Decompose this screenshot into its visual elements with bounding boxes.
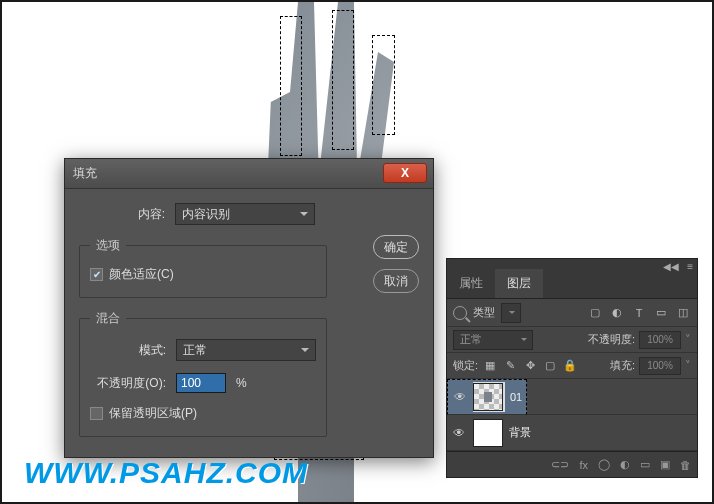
visibility-toggle[interactable]: 👁 <box>452 389 468 405</box>
filter-smart-icon[interactable]: ◫ <box>675 305 691 321</box>
filter-shape-icon[interactable]: ▭ <box>653 305 669 321</box>
blend-legend: 混合 <box>90 310 126 327</box>
layers-panel: ◀◀≡ 属性 图层 类型 ▢ ◐ T ▭ ◫ 正常 不透明度: 100% ˅ 锁… <box>446 258 698 478</box>
layer-filter-bar: 类型 ▢ ◐ T ▭ ◫ <box>447 299 697 327</box>
fill-input[interactable]: 100% <box>639 357 681 375</box>
layer-row[interactable]: 👁 背景 <box>447 415 697 451</box>
lock-all-icon[interactable]: 🔒 <box>562 358 578 374</box>
options-fieldset: 选项 ✔ 颜色适应(C) <box>79 237 327 298</box>
options-legend: 选项 <box>90 237 126 254</box>
fill-dialog: 填充 X 内容: 内容识别 确定 取消 选项 ✔ 颜色适应(C) 混合 模式: … <box>64 158 434 458</box>
kind-label: 类型 <box>473 305 495 320</box>
tab-layers[interactable]: 图层 <box>495 269 543 298</box>
fx-icon[interactable]: fx <box>579 459 588 471</box>
menu-icon: ≡ <box>687 261 693 272</box>
cancel-button[interactable]: 取消 <box>373 269 419 293</box>
content-label: 内容: <box>79 206 175 223</box>
fill-label: 填充: <box>610 358 635 373</box>
layer-thumbnail[interactable] <box>473 419 503 447</box>
lock-label: 锁定: <box>453 358 478 373</box>
layers-footer: ⊂⊃ fx ◯ ◐ ▭ ▣ 🗑 <box>447 451 697 477</box>
blend-mode-select[interactable]: 正常 <box>453 330 533 350</box>
ok-button[interactable]: 确定 <box>373 235 419 259</box>
layer-opacity-label: 不透明度: <box>588 332 635 347</box>
color-adapt-checkbox[interactable]: ✔ 颜色适应(C) <box>90 266 316 283</box>
layer-name[interactable]: 01 <box>510 391 522 403</box>
checkbox-checked-icon: ✔ <box>90 268 103 281</box>
folder-icon[interactable]: ▭ <box>640 458 650 471</box>
filter-adjust-icon[interactable]: ◐ <box>609 305 625 321</box>
mode-select[interactable]: 正常 <box>176 339 316 361</box>
layer-opacity-input[interactable]: 100% <box>639 331 681 349</box>
watermark: WWW.PSAHZ.COM <box>24 456 308 490</box>
lock-brush-icon[interactable]: ✎ <box>502 358 518 374</box>
opacity-unit: % <box>236 376 247 390</box>
lock-move-icon[interactable]: ✥ <box>522 358 538 374</box>
preserve-transparency-checkbox[interactable]: 保留透明区域(P) <box>90 405 316 422</box>
link-layers-icon[interactable]: ⊂⊃ <box>551 458 569 471</box>
new-layer-icon[interactable]: ▣ <box>660 458 670 471</box>
mask-icon[interactable]: ◯ <box>598 458 610 471</box>
selection-marquee <box>372 35 395 135</box>
opacity-label: 不透明度(O): <box>90 375 176 392</box>
mode-label: 模式: <box>90 342 176 359</box>
adjustment-icon[interactable]: ◐ <box>620 458 630 471</box>
close-button[interactable]: X <box>383 163 427 183</box>
selection-marquee <box>332 10 354 150</box>
close-icon: X <box>401 166 409 180</box>
layer-list: 👁 01 👁 01 👁 背景 <box>447 379 697 451</box>
chevron-down-icon[interactable]: ˅ <box>685 359 691 372</box>
tab-properties[interactable]: 属性 <box>447 269 495 298</box>
content-select[interactable]: 内容识别 <box>175 203 315 225</box>
collapse-icon: ◀◀ <box>663 261 679 272</box>
selection-marquee <box>280 16 302 156</box>
checkbox-unchecked-icon <box>90 407 103 420</box>
filter-text-icon[interactable]: T <box>631 305 647 321</box>
opacity-input[interactable]: 100 <box>176 373 226 393</box>
kind-select[interactable] <box>501 303 521 323</box>
layer-row[interactable]: 👁 01 <box>447 379 697 415</box>
chevron-down-icon[interactable]: ˅ <box>685 333 691 346</box>
trash-icon[interactable]: 🗑 <box>680 459 691 471</box>
panel-tabs: 属性 图层 <box>447 273 697 299</box>
layer-name[interactable]: 背景 <box>509 425 531 440</box>
search-icon <box>453 306 467 320</box>
filter-pixel-icon[interactable]: ▢ <box>587 305 603 321</box>
blend-fieldset: 混合 模式: 正常 不透明度(O): 100 % 保留透明区域(P) <box>79 310 327 437</box>
layer-thumbnail[interactable] <box>473 383 503 411</box>
lock-pixels-icon[interactable]: ▦ <box>482 358 498 374</box>
dialog-title: 填充 <box>73 165 97 182</box>
lock-artboard-icon[interactable]: ▢ <box>542 358 558 374</box>
dialog-titlebar[interactable]: 填充 X <box>65 159 433 189</box>
visibility-toggle[interactable]: 👁 <box>451 425 467 441</box>
